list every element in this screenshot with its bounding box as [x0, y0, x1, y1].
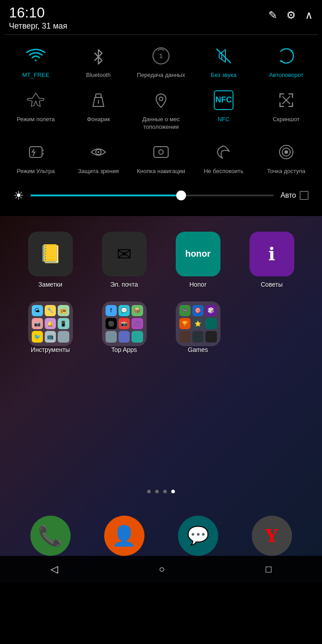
app-grid: 📒 Заметки ✉ Эл. почта honor Honor ℹ Сове…: [0, 216, 322, 369]
status-bar: 16:10 Четверг, 31 мая ✎ ⚙ ∧: [0, 0, 322, 34]
qs-ultra-label: Режим Ультра: [17, 168, 55, 175]
qs-nfc[interactable]: NFC NFC: [197, 88, 250, 131]
app-topapps[interactable]: f 💬 📦 ⚫ 📸 🎵 Top Apps: [87, 295, 161, 360]
app-email-icon: ✉: [102, 232, 147, 276]
qs-airplane[interactable]: Режим полета: [9, 88, 63, 131]
qs-screenshot-label: Скриншот: [273, 116, 300, 123]
nav-back[interactable]: ◁: [37, 559, 72, 580]
dock-phone[interactable]: 📞: [30, 516, 71, 556]
svg-text:1: 1: [159, 52, 163, 59]
qs-location-label: Данные о мес тоположении: [134, 116, 188, 131]
qs-wifi[interactable]: MT_FREE: [9, 44, 63, 79]
status-icons: ✎ ⚙ ∧: [268, 5, 313, 21]
qs-eyecare[interactable]: Защита зрения: [72, 140, 125, 175]
silent-icon: [212, 44, 236, 68]
ultra-icon: [24, 140, 48, 164]
collapse-icon[interactable]: ∧: [305, 9, 313, 21]
qs-screenshot[interactable]: Скриншот: [259, 88, 313, 131]
svg-point-15: [159, 150, 163, 154]
brightness-thumb: [176, 191, 186, 200]
qs-location[interactable]: Данные о мес тоположении: [134, 88, 188, 131]
qs-wifi-label: MT_FREE: [22, 72, 50, 79]
qs-dnd-label: Не беспокоить: [204, 168, 244, 175]
app-tips[interactable]: ℹ Советы: [235, 225, 309, 295]
qs-flashlight-label: Фонарик: [87, 116, 110, 123]
data-icon: 1: [149, 44, 173, 68]
app-email-label: Эл. почта: [110, 281, 138, 288]
dot-1[interactable]: [147, 490, 151, 493]
dot-3[interactable]: [163, 490, 167, 493]
app-notes-label: Заметки: [38, 281, 63, 288]
svg-point-16: [284, 150, 288, 154]
bluetooth-icon: [86, 44, 110, 68]
app-tools[interactable]: 🌤 🔧 📻 📷 🔔 📱 🐦 📺 Инструменты: [13, 295, 87, 360]
app-email[interactable]: ✉ Эл. почта: [87, 225, 161, 295]
app-honor-icon: honor: [176, 232, 220, 276]
bottom-dock: 📞 👤 💬 Y: [0, 516, 322, 556]
nav-bar: ◁ ○ □: [0, 556, 322, 583]
qs-data-label: Передача данных: [137, 72, 185, 79]
qs-navbutton[interactable]: Кнопка навигации: [134, 140, 188, 175]
qs-navbutton-label: Кнопка навигации: [137, 168, 185, 175]
home-screen: 📒 Заметки ✉ Эл. почта honor Honor ℹ Сове…: [0, 216, 322, 583]
status-time: 16:10: [9, 5, 68, 20]
status-left: 16:10 Четверг, 31 мая: [9, 5, 68, 31]
qs-airplane-label: Режим полета: [17, 116, 55, 123]
dot-4[interactable]: [171, 490, 175, 493]
qs-bluetooth-label: Bluetooth: [86, 72, 111, 79]
qs-hotspot-label: Точка доступа: [267, 168, 305, 175]
svg-rect-14: [154, 147, 168, 157]
dock-contacts[interactable]: 👤: [104, 516, 144, 556]
qs-dnd[interactable]: Не беспокоить: [197, 140, 250, 175]
qs-nfc-label: NFC: [218, 116, 230, 123]
app-games[interactable]: 🎮 🎯 🎲 🏆 ⭐ Games: [161, 295, 235, 360]
dot-2[interactable]: [155, 490, 159, 493]
svg-rect-9: [30, 147, 42, 157]
app-notes-icon: 📒: [28, 232, 73, 276]
brightness-slider[interactable]: [30, 195, 274, 196]
flashlight-icon: [86, 88, 110, 112]
app-tools-icon: 🌤 🔧 📻 📷 🔔 📱 🐦 📺: [28, 301, 73, 346]
quick-settings-panel: MT_FREE Bluetooth 1 Передача данных: [0, 35, 322, 216]
brightness-icon: ☀: [13, 189, 24, 203]
qs-silent-label: Без звука: [211, 72, 236, 79]
app-tips-icon: ℹ: [250, 232, 294, 276]
qs-hotspot[interactable]: Точка доступа: [259, 140, 313, 175]
page-dots: [0, 481, 322, 502]
edit-icon[interactable]: ✎: [268, 9, 277, 21]
dock-messages[interactable]: 💬: [178, 516, 218, 556]
qs-row-3: Режим Ультра Защита зрения Кнопка навиг: [4, 140, 318, 175]
eyecare-icon: [86, 140, 110, 164]
qs-silent[interactable]: Без звука: [197, 44, 250, 79]
screenshot-icon: [274, 88, 298, 112]
app-notes[interactable]: 📒 Заметки: [13, 225, 87, 295]
brightness-auto-checkbox[interactable]: [300, 191, 309, 200]
app-games-label: Games: [188, 346, 208, 353]
airplane-icon: [24, 88, 48, 112]
brightness-auto-label: Авто: [280, 191, 296, 199]
qs-row-2: Режим полета Фонарик Данные о мес топол: [4, 88, 318, 131]
app-games-icon: 🎮 🎯 🎲 🏆 ⭐: [176, 301, 220, 346]
nfc-icon-inner: NFC: [214, 90, 233, 110]
qs-flashlight[interactable]: Фонарик: [72, 88, 125, 131]
nav-recent[interactable]: □: [252, 559, 285, 580]
dnd-icon: [212, 140, 236, 164]
qs-ultra[interactable]: Режим Ультра: [9, 140, 63, 175]
svg-point-13: [97, 151, 99, 153]
app-honor-label: Honor: [189, 281, 206, 288]
settings-icon[interactable]: ⚙: [286, 9, 296, 21]
app-honor[interactable]: honor Honor: [161, 225, 235, 295]
navbutton-icon: [149, 140, 173, 164]
brightness-row: ☀ Авто: [4, 184, 318, 207]
nav-home[interactable]: ○: [145, 559, 178, 580]
qs-autorotate-label: Автоповорот: [269, 72, 304, 79]
autorotate-icon: [274, 44, 298, 68]
app-topapps-label: Top Apps: [111, 346, 137, 353]
nfc-icon: NFC: [212, 88, 236, 112]
qs-autorotate[interactable]: Автоповорот: [259, 44, 313, 79]
svg-rect-4: [96, 94, 101, 97]
qs-bluetooth[interactable]: Bluetooth: [72, 44, 125, 79]
brightness-fill: [30, 195, 181, 196]
dock-yandex[interactable]: Y: [252, 516, 292, 556]
qs-data[interactable]: 1 Передача данных: [134, 44, 188, 79]
